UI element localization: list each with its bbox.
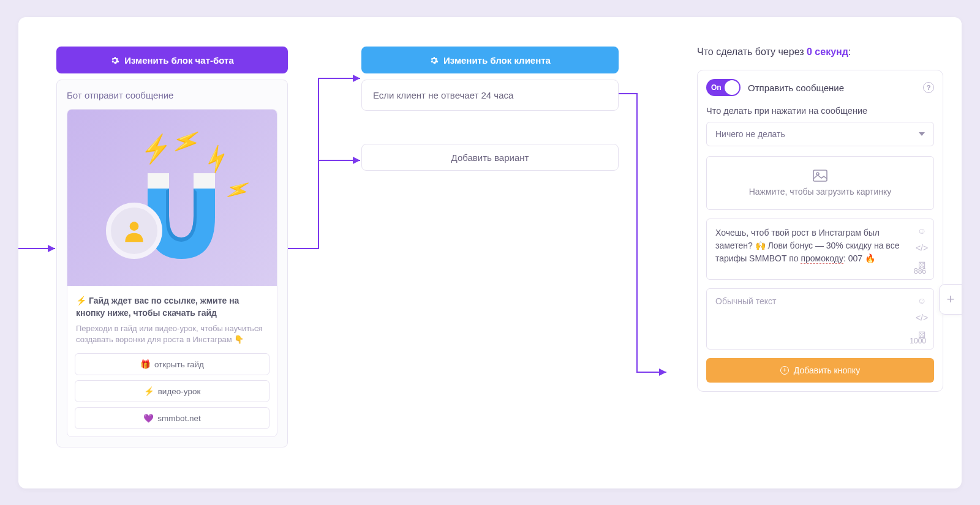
image-upload-box[interactable]: Нажмите, чтобы загрузить картинку	[706, 156, 934, 210]
svg-point-0	[130, 222, 139, 231]
add-button[interactable]: + Добавить кнопку	[706, 358, 934, 383]
side-panel: Что сделать боту через 0 секунд: On Отпр…	[697, 47, 943, 392]
bot-message-card[interactable]: ⚡ ⚡ ⚡ ⚡	[67, 109, 277, 437]
bot-card-desc: Переходи в гайд или видео-урок, чтобы на…	[76, 323, 268, 346]
bot-button-site[interactable]: 💜 smmbot.net	[75, 407, 270, 429]
code-icon[interactable]: </>	[916, 242, 927, 253]
gear-icon	[110, 56, 119, 65]
person-icon	[121, 217, 148, 244]
chevron-down-icon	[919, 132, 925, 136]
help-icon[interactable]: ?	[923, 82, 934, 93]
add-variant-label: Добавить вариант	[451, 152, 529, 163]
image-icon	[813, 170, 827, 182]
message-text-1[interactable]: Хочешь, чтоб твой рост в Инстаграм был з…	[706, 219, 934, 280]
panel-card: On Отправить сообщение ? Что делать при …	[697, 70, 943, 392]
emoji-icon[interactable]: ☺	[916, 225, 927, 236]
char-count: 1000	[910, 337, 926, 345]
bolt-icon: ⚡	[198, 142, 234, 177]
flow-canvas[interactable]: Изменить блок чат-бота Бот отправит сооб…	[18, 17, 962, 488]
bot-send-label: Бот отправит сообщение	[67, 90, 277, 100]
message-text-content: Хочешь, чтоб твой рост в Инстаграм был з…	[715, 226, 909, 265]
bolt-icon: ⚡	[144, 386, 154, 396]
char-count: 886	[914, 267, 926, 275]
bot-button-label: видео-урок	[158, 387, 201, 396]
code-icon[interactable]: </>	[916, 312, 927, 323]
delay-seconds[interactable]: 0 секунд	[807, 47, 848, 57]
floating-add-button[interactable]: +	[939, 284, 962, 315]
panel-title: Что сделать боту через 0 секунд:	[697, 47, 943, 58]
emoji-icon[interactable]: ☺	[916, 295, 927, 306]
plus-icon: +	[780, 366, 789, 375]
person-badge	[106, 203, 162, 259]
bot-button-open-guide[interactable]: 🎁 открыть гайд	[75, 353, 270, 375]
add-button-label: Добавить кнопку	[794, 365, 860, 375]
click-action-label: Что делать при нажатии на сообщение	[706, 106, 934, 116]
edit-bot-block-header[interactable]: Изменить блок чат-бота	[56, 47, 288, 73]
select-value: Ничего не делать	[715, 129, 785, 139]
bot-button-label: smmbot.net	[157, 414, 201, 423]
edit-client-block-header[interactable]: Изменить блок клиента	[361, 47, 619, 73]
gift-icon: 🎁	[140, 359, 151, 369]
bot-card-title: ⚡ Гайд ждет вас по ссылке, жмите на кноп…	[76, 294, 268, 320]
heart-icon: 💜	[143, 413, 154, 423]
bot-body: Бот отправит сообщение ⚡ ⚡ ⚡ ⚡	[56, 80, 288, 447]
click-action-select[interactable]: Ничего не делать	[706, 122, 934, 146]
bot-button-list: 🎁 открыть гайд ⚡ видео-урок 💜 smmbot.net	[67, 353, 277, 436]
toggle-knob	[725, 80, 739, 95]
bot-card-image: ⚡ ⚡ ⚡ ⚡	[67, 110, 277, 286]
bot-button-label: открыть гайд	[154, 360, 204, 369]
bot-header-label: Изменить блок чат-бота	[124, 55, 234, 65]
send-message-label: Отправить сообщение	[748, 83, 916, 93]
send-message-toggle[interactable]: On	[706, 79, 741, 96]
gear-icon	[429, 56, 439, 65]
message-text-2[interactable]: Обычный текст ☺ </> ⚄ 1000	[706, 288, 934, 350]
upload-hint: Нажмите, чтобы загрузить картинку	[749, 187, 892, 196]
text-placeholder: Обычный текст	[715, 296, 909, 306]
client-block: Изменить блок клиента Если клиент не отв…	[361, 47, 619, 171]
bot-block: Изменить блок чат-бота Бот отправит сооб…	[56, 47, 288, 447]
bot-button-video[interactable]: ⚡ видео-урок	[75, 380, 270, 402]
add-variant-button[interactable]: Добавить вариант	[361, 144, 619, 171]
client-condition-text: Если клиент не отвечает 24 часа	[373, 90, 513, 100]
client-header-label: Изменить блок клиента	[443, 55, 551, 65]
toggle-state-label: On	[711, 83, 722, 92]
svg-rect-1	[813, 170, 827, 181]
client-condition-box[interactable]: Если клиент не отвечает 24 часа	[361, 80, 619, 111]
